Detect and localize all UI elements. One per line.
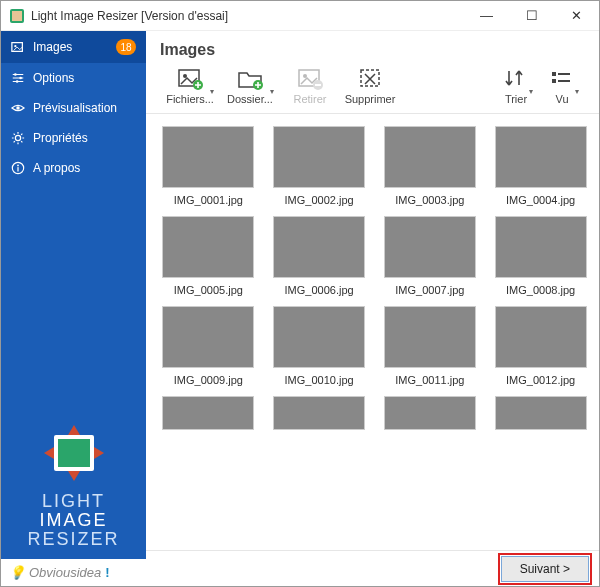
images-badge: 18	[116, 39, 136, 55]
thumbnail-image	[495, 216, 587, 278]
lightbulb-icon: 💡	[9, 565, 25, 580]
images-icon	[11, 40, 25, 54]
sidebar-item-preview[interactable]: Prévisualisation	[1, 93, 146, 123]
thumbnail[interactable]: IMG_0005.jpg	[158, 216, 259, 296]
chevron-down-icon: ▾	[529, 87, 533, 96]
sidebar-item-images[interactable]: Images 18	[1, 31, 146, 63]
svg-rect-24	[552, 72, 556, 76]
window-title: Light Image Resizer [Version d'essai]	[31, 9, 464, 23]
main-panel: Images ▾ Fichiers... ▾ Dossier... Retire…	[146, 31, 599, 586]
sidebar-item-label: Propriétés	[33, 131, 88, 145]
view-button[interactable]: ▾ Vu	[539, 67, 585, 105]
svg-rect-27	[558, 80, 570, 82]
thumbnail-caption: IMG_0003.jpg	[380, 194, 481, 206]
thumbnail-image	[273, 216, 365, 278]
thumbnail-caption: IMG_0012.jpg	[490, 374, 591, 386]
app-logo	[38, 425, 110, 481]
thumbnail-image	[162, 126, 254, 188]
brand-line3: RESIZER	[11, 530, 136, 549]
add-files-button[interactable]: ▾ Fichiers...	[160, 67, 220, 105]
add-folder-button[interactable]: ▾ Dossier...	[220, 67, 280, 105]
thumbnail-caption: IMG_0008.jpg	[490, 284, 591, 296]
thumbnail-image	[495, 126, 587, 188]
svg-point-6	[19, 77, 22, 80]
next-button[interactable]: Suivant >	[501, 556, 589, 582]
thumbnail-image	[162, 396, 254, 430]
minimize-button[interactable]: —	[464, 1, 509, 30]
sidebar-item-label: Options	[33, 71, 74, 85]
svg-point-7	[16, 80, 19, 83]
thumbnail[interactable]: IMG_0012.jpg	[490, 306, 591, 386]
svg-rect-26	[558, 73, 570, 75]
thumbnail-image	[162, 306, 254, 368]
chevron-down-icon: ▾	[210, 87, 214, 96]
tool-label: Retirer	[280, 93, 340, 105]
thumbnail-image	[162, 216, 254, 278]
footer-excl: !	[105, 565, 109, 580]
eye-icon	[11, 101, 25, 115]
thumbnail-image	[384, 126, 476, 188]
toolbar: ▾ Fichiers... ▾ Dossier... Retirer Suppr…	[146, 63, 599, 114]
svg-rect-22	[315, 84, 321, 86]
app-icon	[9, 8, 25, 24]
chevron-down-icon: ▾	[575, 87, 579, 96]
svg-point-4	[14, 45, 16, 47]
svg-rect-12	[17, 167, 18, 171]
thumbnail-image	[273, 306, 365, 368]
thumbnail-image	[384, 216, 476, 278]
gallery[interactable]: IMG_0001.jpgIMG_0002.jpgIMG_0003.jpgIMG_…	[146, 114, 599, 550]
thumbnail-caption: IMG_0011.jpg	[380, 374, 481, 386]
thumbnail[interactable]: IMG_0009.jpg	[158, 306, 259, 386]
brand-line2: IMAGE	[39, 510, 107, 530]
svg-point-5	[14, 73, 17, 76]
sidebar-item-properties[interactable]: Propriétés	[1, 123, 146, 153]
sidebar-item-label: A propos	[33, 161, 80, 175]
svg-point-11	[17, 165, 19, 167]
sidebar-item-label: Images	[33, 40, 72, 54]
brand-line1: LIGHT	[11, 492, 136, 511]
thumbnail[interactable]: IMG_0010.jpg	[269, 306, 370, 386]
svg-rect-25	[552, 79, 556, 83]
thumbnail[interactable]: IMG_0004.jpg	[490, 126, 591, 206]
svg-point-8	[16, 106, 20, 110]
svg-rect-14	[58, 439, 90, 467]
thumbnail[interactable]: IMG_0001.jpg	[158, 126, 259, 206]
thumbnail[interactable]: IMG_0011.jpg	[380, 306, 481, 386]
info-icon	[11, 161, 25, 175]
chevron-down-icon: ▾	[270, 87, 274, 96]
thumbnail-caption: IMG_0004.jpg	[490, 194, 591, 206]
thumbnail-image	[273, 396, 365, 430]
svg-rect-2	[12, 11, 22, 21]
thumbnail-caption: IMG_0001.jpg	[158, 194, 259, 206]
footer-text: Obviousidea	[29, 565, 101, 580]
sort-button[interactable]: ▾ Trier	[493, 67, 539, 105]
svg-point-20	[303, 74, 307, 78]
thumbnail[interactable]: IMG_0002.jpg	[269, 126, 370, 206]
svg-point-16	[183, 74, 187, 78]
thumbnail-caption: IMG_0006.jpg	[269, 284, 370, 296]
title-bar: Light Image Resizer [Version d'essai] — …	[1, 1, 599, 31]
close-button[interactable]: ✕	[554, 1, 599, 30]
thumbnail-image	[273, 126, 365, 188]
thumbnail-image	[384, 306, 476, 368]
thumbnail-caption: IMG_0010.jpg	[269, 374, 370, 386]
remove-button[interactable]: Retirer	[280, 67, 340, 105]
thumbnail[interactable]: IMG_0007.jpg	[380, 216, 481, 296]
thumbnail[interactable]	[490, 396, 591, 436]
thumbnail[interactable]	[158, 396, 259, 436]
sidebar-item-about[interactable]: A propos	[1, 153, 146, 183]
thumbnail-image	[495, 306, 587, 368]
sidebar-item-label: Prévisualisation	[33, 101, 117, 115]
sidebar-item-options[interactable]: Options	[1, 63, 146, 93]
sidebar: Images 18 Options Prévisualisation Propr…	[1, 31, 146, 586]
footer-link[interactable]: 💡 Obviousidea!	[1, 559, 146, 586]
delete-button[interactable]: Supprimer	[340, 67, 400, 105]
thumbnail[interactable]: IMG_0006.jpg	[269, 216, 370, 296]
maximize-button[interactable]: ☐	[509, 1, 554, 30]
thumbnail-caption: IMG_0002.jpg	[269, 194, 370, 206]
thumbnail[interactable]	[380, 396, 481, 436]
thumbnail[interactable]	[269, 396, 370, 436]
section-title: Images	[146, 31, 599, 63]
thumbnail[interactable]: IMG_0008.jpg	[490, 216, 591, 296]
thumbnail[interactable]: IMG_0003.jpg	[380, 126, 481, 206]
